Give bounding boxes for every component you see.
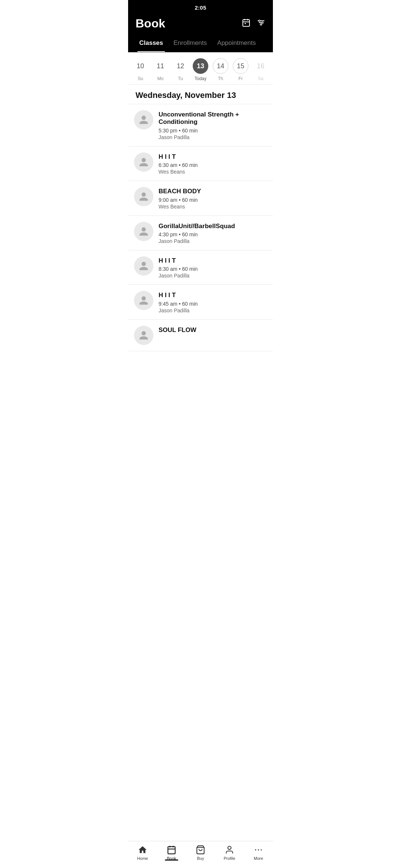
class-name-2: BEACH BODY (159, 188, 267, 195)
class-name-0: Unconventional Strength + Conditioning (159, 111, 267, 126)
class-instructor-2: Wes Beans (159, 204, 267, 210)
avatar-2 (134, 187, 153, 206)
class-item-6[interactable]: SOUL FLOW (128, 320, 273, 351)
tab-enrollments[interactable]: Enrollments (168, 36, 212, 52)
class-time-1: 6:30 am • 60 min (159, 162, 267, 168)
class-item-3[interactable]: GorillaUnit//BarbellSquad 4:30 pm • 60 m… (128, 216, 273, 250)
cal-day-15[interactable]: 15 Fr (232, 58, 249, 81)
svg-point-8 (259, 20, 260, 22)
calendar-row: 10 Su 11 Mo 12 Tu 13 Today 14 Th 15 Fr 1… (128, 52, 273, 85)
header-actions (242, 18, 265, 29)
class-info-4: H I I T 8:30 am • 60 min Jason Padilla (159, 256, 267, 279)
calendar-icon[interactable] (242, 18, 251, 29)
cal-day-13[interactable]: 13 Today (192, 58, 209, 81)
cal-day-11[interactable]: 11 Mo (152, 58, 169, 81)
avatar-0 (134, 110, 153, 129)
class-instructor-0: Jason Padilla (159, 134, 267, 140)
class-item-1[interactable]: H I I T 6:30 am • 60 min Wes Beans (128, 147, 273, 181)
status-time: 2:05 (195, 4, 206, 11)
svg-point-10 (260, 24, 262, 25)
class-item-4[interactable]: H I I T 8:30 am • 60 min Jason Padilla (128, 250, 273, 285)
avatar-3 (134, 222, 153, 241)
cal-day-12[interactable]: 12 Tu (172, 58, 189, 81)
class-info-6: SOUL FLOW (159, 326, 267, 335)
page-title: Book (136, 17, 165, 30)
class-instructor-3: Jason Padilla (159, 238, 267, 244)
class-item-5[interactable]: H I I T 9:45 am • 60 min Jason Padilla (128, 285, 273, 319)
class-name-1: H I I T (159, 153, 267, 161)
class-item-0[interactable]: Unconventional Strength + Conditioning 5… (128, 104, 273, 147)
cal-day-14[interactable]: 14 Th (212, 58, 229, 81)
svg-rect-4 (245, 23, 246, 24)
header: Book (128, 14, 273, 36)
avatar-5 (134, 291, 153, 310)
class-info-2: BEACH BODY 9:00 am • 60 min Wes Beans (159, 187, 267, 209)
class-info-0: Unconventional Strength + Conditioning 5… (159, 110, 267, 140)
tab-bar: Classes Enrollments Appointments (128, 36, 273, 52)
filter-icon[interactable] (257, 18, 265, 29)
class-name-5: H I I T (159, 292, 267, 299)
class-item-2[interactable]: BEACH BODY 9:00 am • 60 min Wes Beans (128, 181, 273, 216)
class-instructor-5: Jason Padilla (159, 308, 267, 313)
class-info-3: GorillaUnit//BarbellSquad 4:30 pm • 60 m… (159, 222, 267, 244)
class-time-5: 9:45 am • 60 min (159, 301, 267, 307)
class-list: Unconventional Strength + Conditioning 5… (128, 104, 273, 351)
class-name-4: H I I T (159, 257, 267, 264)
class-name-3: GorillaUnit//BarbellSquad (159, 223, 267, 230)
svg-rect-0 (243, 20, 250, 26)
class-name-6: SOUL FLOW (159, 326, 267, 334)
class-instructor-1: Wes Beans (159, 169, 267, 175)
page-content: 10 Su 11 Mo 12 Tu 13 Today 14 Th 15 Fr 1… (128, 52, 273, 385)
avatar-4 (134, 256, 153, 276)
class-time-0: 5:30 pm • 60 min (159, 128, 267, 134)
class-info-5: H I I T 9:45 am • 60 min Jason Padilla (159, 291, 267, 313)
cal-day-10[interactable]: 10 Su (132, 58, 149, 81)
class-time-3: 4:30 pm • 60 min (159, 231, 267, 237)
class-time-2: 9:00 am • 60 min (159, 197, 267, 203)
cal-day-16[interactable]: 16 Sa (252, 58, 269, 81)
class-instructor-4: Jason Padilla (159, 273, 267, 279)
tab-classes[interactable]: Classes (134, 36, 168, 52)
status-bar: 2:05 (128, 0, 273, 14)
tab-appointments[interactable]: Appointments (212, 36, 261, 52)
avatar-6 (134, 326, 153, 345)
class-time-4: 8:30 am • 60 min (159, 266, 267, 272)
avatar-1 (134, 152, 153, 172)
svg-point-9 (262, 22, 263, 23)
class-info-1: H I I T 6:30 am • 60 min Wes Beans (159, 152, 267, 175)
date-heading: Wednesday, November 13 (128, 85, 273, 104)
